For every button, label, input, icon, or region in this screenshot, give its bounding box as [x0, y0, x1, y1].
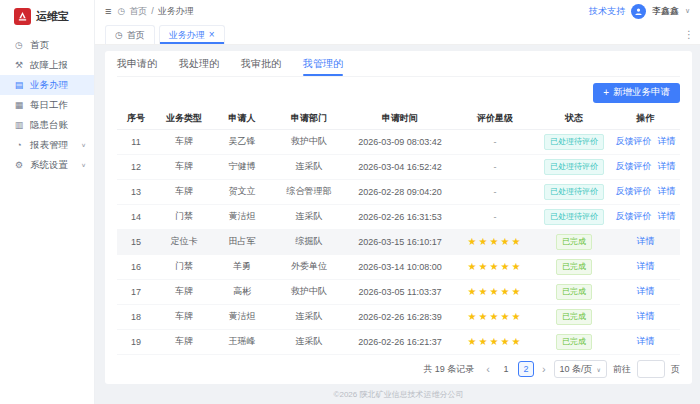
action-link[interactable]: 详情 — [637, 336, 655, 346]
sidebar-item-4[interactable]: ▥隐患台账 — [0, 115, 94, 135]
column-header: 申请部门 — [271, 108, 347, 129]
cell-no: 19 — [117, 329, 155, 354]
action-link[interactable]: 反馈评价 — [616, 186, 652, 196]
action-link[interactable]: 详情 — [658, 186, 676, 196]
filter-tab-3[interactable]: 我管理的 — [303, 51, 343, 76]
column-header: 状态 — [537, 108, 611, 129]
cell-status: 已完成 — [537, 304, 611, 329]
column-header: 序号 — [117, 108, 155, 129]
cell-status: 已完成 — [537, 254, 611, 279]
cell-type: 定位卡 — [155, 229, 213, 254]
star-icons: ★★★★★ — [468, 286, 523, 297]
content: 我申请的我处理的我审批的我管理的 + 新增业务申请 序号业务类型申请人申请部门申… — [95, 45, 700, 404]
cell-no: 15 — [117, 229, 155, 254]
cell-dept: 连采队 — [271, 204, 347, 229]
sidebar-item-label: 报表管理 — [30, 139, 68, 152]
avatar[interactable] — [631, 4, 646, 19]
action-link[interactable]: 反馈评价 — [616, 136, 652, 146]
cell-type: 车牌 — [155, 179, 213, 204]
app-title: 运维宝 — [36, 9, 69, 24]
action-link[interactable]: 详情 — [658, 211, 676, 221]
star-icons: ★★★★★ — [468, 336, 523, 347]
sidebar-item-5[interactable]: ◔报表管理∨ — [0, 135, 94, 155]
ledger-icon: ▥ — [14, 120, 24, 130]
action-link[interactable]: 详情 — [637, 286, 655, 296]
cell-actions: 详情 — [611, 279, 680, 304]
page-size-select[interactable]: 10 条/页 ∨ — [554, 360, 607, 378]
sidebar-item-label: 系统设置 — [30, 159, 68, 172]
action-link[interactable]: 详情 — [637, 236, 655, 246]
logo-icon — [14, 8, 31, 25]
cell-no: 11 — [117, 129, 155, 154]
action-link[interactable]: 详情 — [637, 261, 655, 271]
close-icon[interactable]: × — [209, 30, 215, 40]
support-link[interactable]: 技术支持 — [589, 5, 625, 18]
filter-tab-1[interactable]: 我处理的 — [179, 51, 219, 76]
cell-time: 2026-03-15 16:10:17 — [347, 229, 453, 254]
chart-icon: ◔ — [14, 140, 24, 150]
topbar-right: 技术支持 李鑫鑫 ∨ — [589, 4, 690, 19]
table-row: 11车牌吴乙锋救护中队2026-03-09 08:03:42-已处理待评价反馈评… — [117, 129, 680, 154]
action-link[interactable]: 详情 — [658, 161, 676, 171]
goto-label: 前往 — [613, 363, 631, 376]
action-link[interactable]: 详情 — [637, 311, 655, 321]
cell-status: 已处理待评价 — [537, 204, 611, 229]
action-link[interactable]: 反馈评价 — [616, 161, 652, 171]
cell-type: 门禁 — [155, 254, 213, 279]
plus-icon: + — [603, 87, 609, 98]
cell-applicant: 高彬 — [213, 279, 271, 304]
header-tab-0[interactable]: ◷首页 — [105, 25, 155, 44]
cell-type: 车牌 — [155, 329, 213, 354]
filter-tabs: 我申请的我处理的我审批的我管理的 — [117, 51, 680, 77]
cell-time: 2026-02-28 09:04:20 — [347, 179, 453, 204]
sidebar-item-0[interactable]: ◷首页 — [0, 35, 94, 55]
cell-actions: 反馈评价详情 — [611, 129, 680, 154]
header-tab-label: 首页 — [127, 29, 145, 42]
calendar-icon: ▦ — [14, 100, 24, 110]
page-button-2[interactable]: 2 — [518, 361, 534, 377]
user-name[interactable]: 李鑫鑫 — [652, 5, 679, 18]
cell-status: 已处理待评价 — [537, 129, 611, 154]
more-options-icon[interactable]: ⋮ — [684, 29, 694, 40]
header-tab-1[interactable]: 业务办理× — [159, 25, 225, 44]
cell-type: 车牌 — [155, 129, 213, 154]
add-application-button[interactable]: + 新增业务申请 — [593, 83, 680, 103]
star-icons: ★★★★★ — [468, 311, 523, 322]
cell-dept: 救护中队 — [271, 129, 347, 154]
page-suffix: 页 — [671, 363, 680, 376]
next-page-icon[interactable]: › — [540, 363, 548, 375]
sidebar-item-6[interactable]: ⚙系统设置∨ — [0, 155, 94, 175]
chevron-down-icon[interactable]: ∨ — [685, 7, 690, 15]
sidebar-item-1[interactable]: ⚒故障上报 — [0, 55, 94, 75]
action-link[interactable]: 反馈评价 — [616, 211, 652, 221]
main-area: ≡ ◷ 首页 / 业务办理 技术支持 李鑫鑫 ∨ ◷首页业务办理×⋮ — [95, 0, 700, 404]
cell-actions: 反馈评价详情 — [611, 204, 680, 229]
cell-no: 13 — [117, 179, 155, 204]
sidebar-item-label: 首页 — [30, 39, 49, 52]
column-header: 申请时间 — [347, 108, 453, 129]
breadcrumb-current: 业务办理 — [158, 5, 194, 18]
cell-dept: 救护中队 — [271, 279, 347, 304]
breadcrumb-home[interactable]: 首页 — [129, 5, 147, 18]
cell-applicant: 羊勇 — [213, 254, 271, 279]
filter-tab-2[interactable]: 我审批的 — [241, 51, 281, 76]
sidebar-item-3[interactable]: ▦每日工作 — [0, 95, 94, 115]
page-button-1[interactable]: 1 — [498, 361, 514, 377]
cell-status: 已处理待评价 — [537, 179, 611, 204]
rating-empty: - — [494, 187, 497, 197]
cell-rating: - — [453, 204, 537, 229]
table-body: 11车牌吴乙锋救护中队2026-03-09 08:03:42-已处理待评价反馈评… — [117, 129, 680, 354]
status-badge: 已完成 — [556, 259, 592, 275]
page-numbers: 12 — [498, 361, 534, 377]
action-link[interactable]: 详情 — [658, 136, 676, 146]
header-tab-label: 业务办理 — [169, 29, 205, 42]
hamburger-icon[interactable]: ≡ — [105, 6, 111, 17]
prev-page-icon[interactable]: ‹ — [484, 363, 492, 375]
filter-tab-0[interactable]: 我申请的 — [117, 51, 157, 76]
cell-applicant: 宁健博 — [213, 154, 271, 179]
sidebar-item-label: 业务办理 — [30, 79, 68, 92]
sidebar-item-2[interactable]: ▤业务办理 — [0, 75, 94, 95]
cell-actions: 反馈评价详情 — [611, 154, 680, 179]
goto-page-input[interactable] — [637, 360, 665, 378]
table-row: 12车牌宁健博连采队2026-03-04 16:52:42-已处理待评价反馈评价… — [117, 154, 680, 179]
